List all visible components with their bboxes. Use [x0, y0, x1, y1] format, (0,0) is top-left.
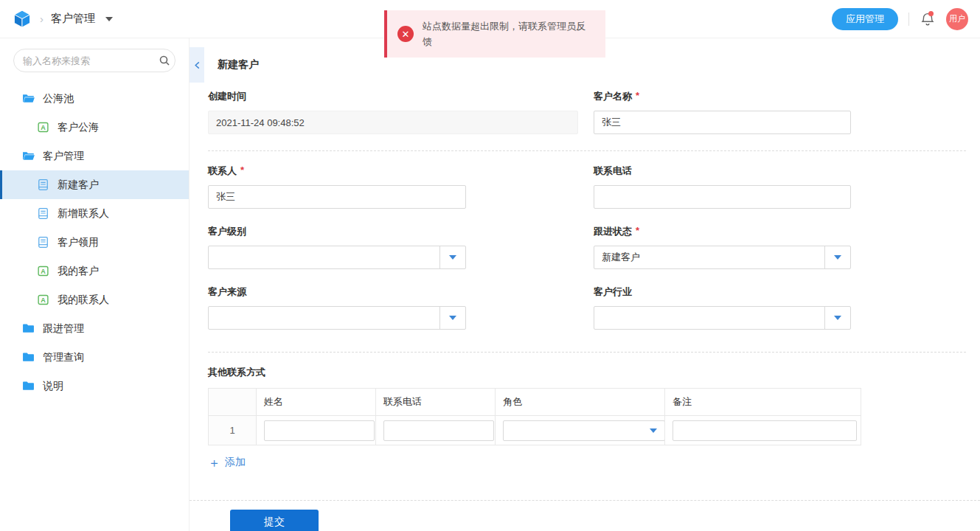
phone-label: 联系电话: [594, 164, 851, 178]
followup-status-select[interactable]: 新建客户: [594, 246, 851, 269]
sidebar-item-my-customers[interactable]: A 我的客户: [0, 257, 189, 285]
document-icon: [37, 178, 49, 191]
breadcrumb-chevron-icon: ›: [40, 13, 44, 25]
row-role-select[interactable]: [503, 420, 665, 441]
followup-status-label: 跟进状态 *: [594, 225, 851, 238]
page-title: 新建客户: [218, 58, 259, 72]
sidebar-item-public-pool[interactable]: 公海池: [0, 84, 189, 113]
sidebar-item-my-contacts[interactable]: A 我的联系人: [0, 285, 189, 314]
other-contacts-table: 姓名 联系电话 角色 备注 1: [208, 388, 861, 445]
customer-level-label: 客户级别: [208, 225, 594, 238]
app-manage-button[interactable]: 应用管理: [832, 8, 898, 30]
required-asterisk: *: [636, 90, 639, 103]
sidebar-item-customer-management[interactable]: 客户管理: [0, 142, 189, 170]
customer-industry-select[interactable]: [594, 306, 851, 330]
tree-item-label: 说明: [43, 380, 63, 393]
required-asterisk: *: [636, 225, 639, 238]
contact-field[interactable]: [208, 185, 466, 209]
sidebar-item-management-query[interactable]: 管理查询: [0, 343, 189, 372]
create-time-label: 创建时间: [208, 90, 594, 103]
col-name-header: 姓名: [257, 389, 376, 416]
chevron-down-icon[interactable]: [824, 307, 850, 329]
document-icon: [37, 207, 49, 220]
other-contacts-label: 其他联系方式: [208, 366, 966, 379]
tree-item-label: 管理查询: [43, 351, 84, 364]
svg-text:A: A: [41, 296, 46, 304]
breadcrumb-caret-icon[interactable]: [105, 17, 113, 21]
phone-field[interactable]: [594, 185, 851, 209]
folder-closed-icon: [22, 351, 35, 364]
plus-icon: ＋: [208, 457, 220, 469]
search-input[interactable]: [23, 55, 153, 66]
tree-item-label: 我的联系人: [58, 294, 109, 307]
submit-button[interactable]: 提交: [230, 510, 319, 531]
customer-level-select[interactable]: [208, 246, 466, 269]
row-index: 1: [209, 416, 257, 445]
chevron-down-icon[interactable]: [439, 246, 465, 268]
tree-item-label: 新增联系人: [58, 207, 109, 221]
tree-item-label: 客户公海: [58, 121, 99, 134]
toast-message: 站点数据量超出限制，请联系管理员反馈: [423, 18, 594, 49]
add-row-button[interactable]: ＋ 添加: [208, 456, 246, 469]
select-value: 新建客户: [594, 251, 824, 264]
chevron-down-icon[interactable]: [824, 246, 850, 268]
svg-text:A: A: [41, 268, 46, 275]
contact-card-icon: A: [37, 265, 49, 277]
sidebar-item-customer-claim[interactable]: 客户领用: [0, 228, 189, 257]
folder-closed-icon: [22, 380, 35, 392]
sidebar-item-new-contact[interactable]: 新增联系人: [0, 199, 189, 228]
col-role-header: 角色: [496, 389, 665, 416]
folder-open-icon: [22, 92, 35, 105]
sidebar-item-instructions[interactable]: 说明: [0, 372, 189, 400]
sidebar-item-customer-public-sea[interactable]: A 客户公海: [0, 113, 189, 142]
col-index-header: [209, 389, 257, 416]
create-time-field: [208, 111, 578, 134]
customer-industry-label: 客户行业: [594, 285, 851, 299]
tree-item-label: 我的客户: [58, 265, 99, 278]
col-phone-header: 联系电话: [376, 389, 496, 416]
chevron-down-icon[interactable]: [642, 421, 664, 440]
col-remark-header: 备注: [665, 389, 861, 416]
notification-bell-icon[interactable]: [920, 11, 936, 27]
contact-card-icon: A: [37, 294, 49, 306]
back-button[interactable]: [190, 47, 204, 83]
folder-closed-icon: [22, 322, 35, 335]
main-content: 新建客户 创建时间 客户名称 *: [190, 38, 980, 531]
chevron-down-icon[interactable]: [439, 307, 465, 329]
row-remark-field[interactable]: [673, 420, 857, 441]
row-phone-field[interactable]: [383, 420, 494, 441]
document-icon: [37, 236, 49, 249]
sidebar: 公海池 A 客户公海 客户管理 新建客户: [0, 38, 190, 531]
required-asterisk: *: [240, 164, 244, 178]
section-divider: [208, 352, 966, 353]
contact-label: 联系人 *: [208, 164, 594, 178]
add-row-label: 添加: [225, 456, 246, 469]
sidebar-item-new-customer[interactable]: 新建客户: [0, 170, 189, 199]
tree-item-label: 跟进管理: [43, 322, 84, 336]
notification-dot: [928, 11, 934, 16]
row-name-field[interactable]: [264, 420, 375, 441]
customer-name-field[interactable]: [594, 111, 851, 134]
svg-text:A: A: [41, 124, 46, 131]
table-header-row: 姓名 联系电话 角色 备注: [209, 389, 861, 416]
table-row: 1: [209, 416, 861, 445]
sidebar-tree: 公海池 A 客户公海 客户管理 新建客户: [0, 84, 189, 400]
sidebar-item-followup-management[interactable]: 跟进管理: [0, 314, 189, 343]
contact-card-icon: A: [37, 121, 49, 133]
customer-name-label: 客户名称 *: [594, 90, 851, 103]
app-logo-cube-icon[interactable]: [12, 9, 32, 30]
sidebar-search: [13, 49, 176, 72]
customer-source-select[interactable]: [208, 306, 466, 330]
tree-item-label: 新建客户: [58, 178, 99, 192]
customer-source-label: 客户来源: [208, 285, 594, 299]
search-icon[interactable]: [159, 55, 170, 66]
tree-item-label: 客户领用: [58, 236, 99, 249]
tree-item-label: 客户管理: [43, 150, 84, 163]
breadcrumb[interactable]: 客户管理: [51, 12, 95, 26]
user-avatar[interactable]: 用户: [946, 8, 968, 30]
header-divider: [908, 13, 909, 26]
error-toast: ✕ 站点数据量超出限制，请联系管理员反馈: [384, 10, 605, 58]
folder-open-icon: [22, 150, 35, 162]
error-circle-x-icon: ✕: [397, 26, 414, 42]
tree-item-label: 公海池: [43, 92, 74, 105]
